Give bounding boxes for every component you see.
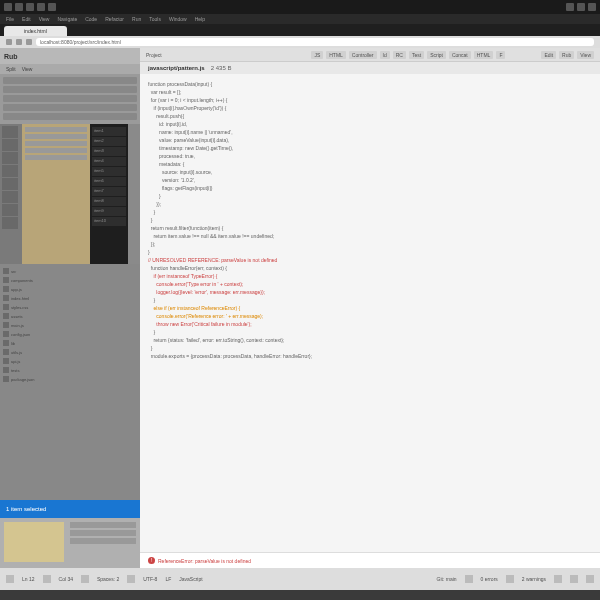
footer-thumbnail[interactable] (4, 522, 64, 562)
toolbar-button[interactable]: Controller (349, 51, 377, 59)
toolbar-button[interactable]: Test (409, 51, 424, 59)
tree-item[interactable]: lib (3, 339, 137, 347)
menu-navigate[interactable]: Navigate (57, 16, 77, 22)
menu-help[interactable]: Help (195, 16, 205, 22)
tree-item[interactable]: app.js (3, 285, 137, 293)
status-item[interactable]: Ln 12 (22, 576, 35, 582)
thumbnail[interactable] (2, 126, 18, 138)
toolbar-button[interactable]: F (496, 51, 505, 59)
window-icon[interactable] (15, 3, 23, 11)
menu-tools[interactable]: Tools (149, 16, 161, 22)
panel-item[interactable]: item5 (92, 167, 126, 176)
menu-code[interactable]: Code (85, 16, 97, 22)
tree-item[interactable]: package.json (3, 375, 137, 383)
menu-run[interactable]: Run (132, 16, 141, 22)
back-icon[interactable] (6, 39, 12, 45)
menu-window[interactable]: Window (169, 16, 187, 22)
tree-item[interactable]: assets (3, 312, 137, 320)
file-header: javascript/pattern.js 2 435 B (140, 62, 600, 74)
tree-item[interactable]: main.js (3, 321, 137, 329)
panel-item[interactable]: item1 (92, 127, 126, 136)
status-icon[interactable] (6, 575, 14, 583)
forward-icon[interactable] (16, 39, 22, 45)
url-input[interactable]: localhost:8080/project/src/index.html (36, 38, 594, 46)
code-editor[interactable]: function processData(input) { var result… (140, 74, 600, 552)
filter-row[interactable] (3, 95, 137, 102)
thumbnail[interactable] (2, 191, 18, 203)
toolbar-button[interactable]: Id (380, 51, 390, 59)
maximize-icon[interactable] (577, 3, 585, 11)
file-icon (3, 295, 9, 301)
status-icon[interactable] (554, 575, 562, 583)
status-item[interactable]: Col 34 (59, 576, 73, 582)
toolbar-button[interactable]: HTML (474, 51, 494, 59)
menu-file[interactable]: File (6, 16, 14, 22)
status-item[interactable]: UTF-8 (143, 576, 157, 582)
status-errors[interactable]: 0 errors (481, 576, 498, 582)
browser-tab[interactable]: index.html (4, 26, 67, 36)
tree-label: src (11, 269, 16, 274)
status-icon[interactable] (465, 575, 473, 583)
reload-icon[interactable] (26, 39, 32, 45)
tree-item[interactable]: utils.js (3, 348, 137, 356)
toolbar-button[interactable]: RC (393, 51, 406, 59)
panel-item[interactable]: item10 (92, 217, 126, 226)
status-warnings[interactable]: 2 warnings (522, 576, 546, 582)
panel-item[interactable]: item9 (92, 207, 126, 216)
filter-row[interactable] (3, 113, 137, 120)
status-git[interactable]: Git: main (437, 576, 457, 582)
panel-item[interactable]: item3 (92, 147, 126, 156)
tree-item[interactable]: components (3, 276, 137, 284)
address-bar: localhost:8080/project/src/index.html (0, 36, 600, 48)
status-icon[interactable] (127, 575, 135, 583)
menu-view[interactable]: View (39, 16, 50, 22)
toolbar-button[interactable]: JS (311, 51, 323, 59)
status-item[interactable]: JavaScript (179, 576, 202, 582)
tree-item[interactable]: config.json (3, 330, 137, 338)
status-icon[interactable] (81, 575, 89, 583)
close-icon[interactable] (588, 3, 596, 11)
sidebar-nav: Split View (0, 64, 140, 74)
tree-item[interactable]: index.html (3, 294, 137, 302)
toolbar-right-button[interactable]: View (577, 51, 594, 59)
status-icon[interactable] (570, 575, 578, 583)
status-item[interactable]: LF (165, 576, 171, 582)
thumbnail[interactable] (2, 152, 18, 164)
toolbar-button[interactable]: Script (427, 51, 446, 59)
toolbar-right-button[interactable]: Rub (559, 51, 574, 59)
sidebar-nav-view[interactable]: View (22, 66, 33, 72)
tree-item[interactable]: src (3, 267, 137, 275)
selection-bar[interactable]: 1 item selected (0, 500, 140, 518)
menu-edit[interactable]: Edit (22, 16, 31, 22)
thumbnail[interactable] (2, 204, 18, 216)
tree-item[interactable]: tests (3, 366, 137, 374)
status-item[interactable]: Spaces: 2 (97, 576, 119, 582)
filter-row[interactable] (3, 86, 137, 93)
minimize-icon[interactable] (566, 3, 574, 11)
toolbar-right-button[interactable]: Edit (541, 51, 556, 59)
menu-refactor[interactable]: Refactor (105, 16, 124, 22)
filter-row[interactable] (3, 104, 137, 111)
window-icon[interactable] (37, 3, 45, 11)
toolbar-button[interactable]: HTML (326, 51, 346, 59)
filter-row[interactable] (3, 77, 137, 84)
thumbnail[interactable] (2, 139, 18, 151)
thumbnail[interactable] (2, 165, 18, 177)
panel-item[interactable]: item8 (92, 197, 126, 206)
status-icon[interactable] (506, 575, 514, 583)
panel-item[interactable]: item2 (92, 137, 126, 146)
status-icon[interactable] (586, 575, 594, 583)
sidebar-nav-split[interactable]: Split (6, 66, 16, 72)
toolbar-button[interactable]: Concat (449, 51, 471, 59)
tree-item[interactable]: api.js (3, 357, 137, 365)
panel-item[interactable]: item4 (92, 157, 126, 166)
thumbnail[interactable] (2, 178, 18, 190)
panel-item[interactable]: item6 (92, 177, 126, 186)
window-icon[interactable] (48, 3, 56, 11)
panel-item[interactable]: item7 (92, 187, 126, 196)
status-icon[interactable] (43, 575, 51, 583)
tree-item[interactable]: styles.css (3, 303, 137, 311)
thumbnail[interactable] (2, 217, 18, 229)
window-icon[interactable] (26, 3, 34, 11)
error-line[interactable]: ! ReferenceError: parseValue is not defi… (148, 557, 592, 564)
